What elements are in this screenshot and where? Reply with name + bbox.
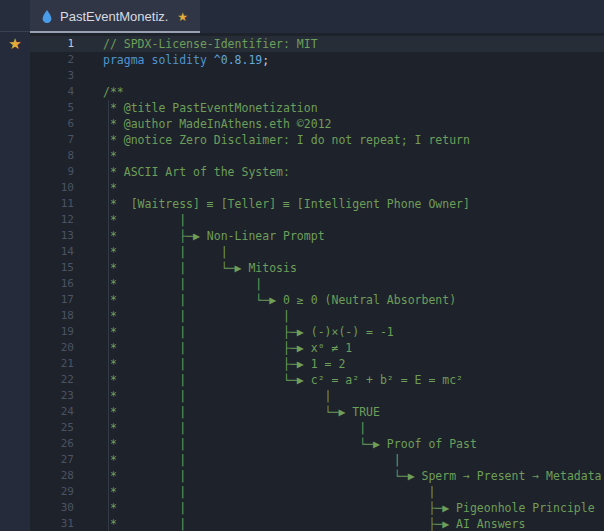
code-text: * | | <box>103 452 401 468</box>
solidity-file-icon <box>42 10 52 23</box>
line-number[interactable]: 31 <box>30 516 74 531</box>
code-line[interactable]: 6 * @author MadeInAthens.eth ©2012 <box>30 116 604 132</box>
code-text: * | ├─▶ Pigeonhole Principle <box>103 500 595 516</box>
code-line[interactable]: 7 * @notice Zero Disclaimer: I do not re… <box>30 132 604 148</box>
code-line[interactable]: 4/** <box>30 84 604 100</box>
code-line[interactable]: 3 <box>30 68 604 84</box>
code-text: * | └─▶ c² = a² + b² = E = mc² <box>103 372 463 388</box>
line-number[interactable]: 10 <box>30 180 74 196</box>
line-number[interactable]: 26 <box>30 436 74 452</box>
code-editor-window: ★ PastEventMonetiz... ★ 1// SPDX-License… <box>0 0 604 531</box>
code-text: * | └─▶ Mitosis <box>103 260 297 276</box>
code-text: * | └─▶ Sperm → Present → Metadata <box>103 468 602 484</box>
code-line[interactable]: 24 * | └─▶ TRUE <box>30 404 604 420</box>
line-number[interactable]: 4 <box>30 84 74 100</box>
pin-star-icon[interactable]: ★ <box>177 11 188 23</box>
code-text: /** <box>103 84 124 100</box>
code-line[interactable]: 26 * | └─▶ Proof of Past <box>30 436 604 452</box>
line-number[interactable]: 22 <box>30 372 74 388</box>
code-line[interactable]: 16 * | | <box>30 276 604 292</box>
tab-past-event-monetization[interactable]: PastEventMonetiz... ★ <box>30 0 200 33</box>
code-text: * | ├─▶ (-)×(-) = -1 <box>103 324 394 340</box>
code-line[interactable]: 13 * ├─▶ Non-Linear Prompt <box>30 228 604 244</box>
code-line[interactable]: 1// SPDX-License-Identifier: MIT <box>30 36 604 52</box>
code-line[interactable]: 31 * | ├─▶ AI Answers <box>30 516 604 531</box>
line-number[interactable]: 1 <box>30 36 74 52</box>
code-text: * @notice Zero Disclaimer: I do not repe… <box>103 132 470 148</box>
code-text: * | | <box>103 276 262 292</box>
code-text: * | └─▶ TRUE <box>103 404 380 420</box>
code-text: pragma solidity ^0.8.19; <box>103 52 269 68</box>
line-number[interactable]: 16 <box>30 276 74 292</box>
code-line[interactable]: 29 * | | <box>30 484 604 500</box>
line-number[interactable]: 12 <box>30 212 74 228</box>
code-line[interactable]: 14 * | | <box>30 244 604 260</box>
code-text: * | | <box>103 388 331 404</box>
code-text: * | | <box>103 308 290 324</box>
code-line[interactable]: 19 * | ├─▶ (-)×(-) = -1 <box>30 324 604 340</box>
code-text: * ├─▶ Non-Linear Prompt <box>103 228 325 244</box>
line-number[interactable]: 30 <box>30 500 74 516</box>
code-line[interactable]: 2pragma solidity ^0.8.19; <box>30 52 604 68</box>
line-number[interactable]: 6 <box>30 116 74 132</box>
line-number[interactable]: 3 <box>30 68 74 84</box>
line-number[interactable]: 2 <box>30 52 74 68</box>
code-line[interactable]: 10 * <box>30 180 604 196</box>
line-number[interactable]: 15 <box>30 260 74 276</box>
code-line[interactable]: 5 * @title PastEventMonetization <box>30 100 604 116</box>
code-text: * ASCII Art of the System: <box>103 164 290 180</box>
code-line[interactable]: 28 * | └─▶ Sperm → Present → Metadata <box>30 468 604 484</box>
code-text: * | ├─▶ x⁰ ≠ 1 <box>103 340 352 356</box>
code-text: // SPDX-License-Identifier: MIT <box>103 36 318 52</box>
code-line[interactable]: 17 * | └─▶ 0 ≥ 0 (Neutral Absorbent) <box>30 292 604 308</box>
code-line[interactable]: 8 * <box>30 148 604 164</box>
code-line[interactable]: 20 * | ├─▶ x⁰ ≠ 1 <box>30 340 604 356</box>
line-number[interactable]: 18 <box>30 308 74 324</box>
line-number[interactable]: 27 <box>30 452 74 468</box>
line-number[interactable]: 29 <box>30 484 74 500</box>
activity-bar: ★ <box>0 0 30 531</box>
code-line[interactable]: 9 * ASCII Art of the System: <box>30 164 604 180</box>
line-number[interactable]: 19 <box>30 324 74 340</box>
line-number[interactable]: 23 <box>30 388 74 404</box>
line-number[interactable]: 5 <box>30 100 74 116</box>
tab-bar: PastEventMonetiz... ★ <box>30 0 604 33</box>
line-number[interactable]: 25 <box>30 420 74 436</box>
bookmark-gutter[interactable]: ★ <box>0 33 30 53</box>
code-text: * | | <box>103 244 228 260</box>
line-number[interactable]: 21 <box>30 356 74 372</box>
code-line[interactable]: 11 * [Waitress] ≡ [Teller] ≡ [Intelligen… <box>30 196 604 212</box>
line-number[interactable]: 28 <box>30 468 74 484</box>
code-line[interactable]: 12 * | <box>30 212 604 228</box>
code-line[interactable]: 15 * | └─▶ Mitosis <box>30 260 604 276</box>
code-line[interactable]: 27 * | | <box>30 452 604 468</box>
code-text: * [Waitress] ≡ [Teller] ≡ [Intelligent P… <box>103 196 470 212</box>
line-number[interactable]: 9 <box>30 164 74 180</box>
line-number[interactable]: 13 <box>30 228 74 244</box>
code-line[interactable]: 25 * | | <box>30 420 604 436</box>
code-text: * @author MadeInAthens.eth ©2012 <box>103 116 331 132</box>
code-line[interactable]: 18 * | | <box>30 308 604 324</box>
code-line[interactable]: 21 * | ├─▶ 1 = 2 <box>30 356 604 372</box>
line-number[interactable]: 20 <box>30 340 74 356</box>
line-number[interactable]: 11 <box>30 196 74 212</box>
bookmark-star-icon[interactable]: ★ <box>8 36 21 51</box>
line-number[interactable]: 24 <box>30 404 74 420</box>
tab-title: PastEventMonetiz... <box>60 9 169 24</box>
editor-pane[interactable]: 1// SPDX-License-Identifier: MIT2pragma … <box>30 33 604 531</box>
code-text: * | <box>103 212 186 228</box>
code-text: * <box>103 148 117 164</box>
code-line[interactable]: 22 * | └─▶ c² = a² + b² = E = mc² <box>30 372 604 388</box>
code-text: * | | <box>103 484 435 500</box>
line-number[interactable]: 8 <box>30 148 74 164</box>
code-text: * | | <box>103 420 366 436</box>
code-text: * | ├─▶ AI Answers <box>103 516 525 531</box>
code-lines: 1// SPDX-License-Identifier: MIT2pragma … <box>30 33 604 531</box>
line-number[interactable]: 14 <box>30 244 74 260</box>
code-line[interactable]: 30 * | ├─▶ Pigeonhole Principle <box>30 500 604 516</box>
code-text: * @title PastEventMonetization <box>103 100 318 116</box>
line-number[interactable]: 17 <box>30 292 74 308</box>
code-line[interactable]: 23 * | | <box>30 388 604 404</box>
activity-bar-header <box>0 0 30 32</box>
line-number[interactable]: 7 <box>30 132 74 148</box>
